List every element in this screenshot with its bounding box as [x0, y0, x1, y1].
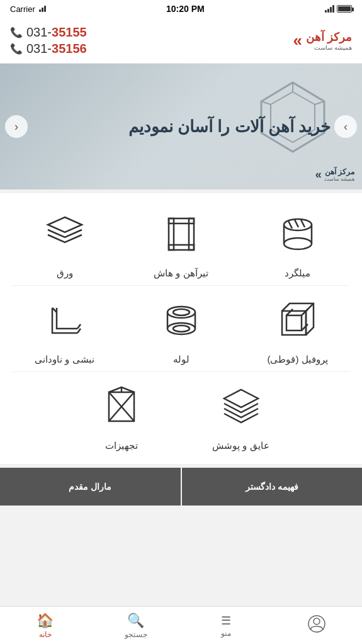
milogard-label: میلگرد [285, 268, 310, 279]
pipe-icon [159, 298, 203, 342]
tirahan-label: تیرآهن و هاش [154, 268, 208, 279]
bottom-card-1[interactable]: مارال مقدم [0, 468, 181, 506]
category-tajhizat[interactable]: تجهیزات [71, 378, 172, 451]
phone-number-1: 031-35155 [26, 24, 87, 40]
tab-menu[interactable]: ☰ منو [181, 607, 272, 644]
tab-menu-label: منو [221, 629, 231, 638]
svg-point-13 [284, 238, 312, 249]
battery-icon [337, 5, 352, 13]
svg-line-3 [315, 101, 324, 105]
banner: ‹ خرید آهن آلات را آسان نمودیم › مرکز آه… [0, 64, 362, 189]
category-row-3: تجهیزات عایق و پوشش [0, 372, 362, 458]
category-lole[interactable]: لوله [131, 292, 232, 365]
category-ayeq[interactable]: عایق و پوشش [191, 378, 291, 451]
status-bar-left: Carrier [10, 4, 46, 14]
chevron-left-icon: ‹ [14, 120, 18, 133]
svg-line-30 [286, 309, 293, 315]
angle-icon [43, 298, 87, 342]
status-bar-right [325, 5, 352, 13]
category-voraq[interactable]: ورق [14, 206, 115, 279]
banner-text: خرید آهن آلات را آسان نمودیم [97, 115, 362, 138]
banner-prev-button[interactable]: ‹ [5, 115, 28, 138]
ayeq-icon-box [213, 378, 269, 435]
logo-subtitle: همیشه ساست [306, 44, 352, 51]
svg-line-4 [261, 101, 271, 105]
svg-line-14 [288, 221, 292, 229]
tirahan-icon-box [153, 206, 210, 263]
phone-number-2: 031-35156 [26, 40, 87, 57]
svg-line-31 [302, 309, 308, 315]
category-row-2: نبشی و ناودانی لوله [0, 286, 362, 371]
phone-numbers: 📞 031-35155 📞 031-35156 [10, 24, 87, 57]
profile-icon-box [269, 292, 326, 349]
svg-line-16 [301, 220, 305, 227]
logo: مرکز آهن همیشه ساست » [293, 30, 352, 51]
bottom-card-2[interactable]: فهیمه دادگستر [182, 468, 363, 506]
svg-point-24 [167, 323, 195, 334]
milogard-icon-box [269, 206, 326, 263]
svg-rect-29 [286, 315, 302, 330]
signal-icon [325, 5, 334, 13]
tajhizat-label: تجهیزات [105, 440, 138, 451]
tab-home-label: خانه [39, 630, 52, 639]
banner-next-button[interactable]: › [334, 115, 357, 138]
profile-label: پروفیل (قوطی) [267, 354, 327, 365]
cylinder-icon [276, 212, 320, 256]
search-icon: 🔍 [127, 613, 144, 629]
logo-text: مرکز آهن همیشه ساست [306, 30, 352, 51]
avatar-icon [308, 615, 325, 636]
svg-point-21 [173, 309, 189, 315]
banner-logo: مرکز آهن همیشه ساست » [315, 167, 354, 182]
banner-logo-subtitle: همیشه ساست [324, 176, 354, 182]
phone-row-1: 📞 031-35155 [10, 24, 87, 40]
nabshi-icon-box [37, 292, 93, 349]
svg-marker-5 [48, 217, 82, 232]
category-nabshi[interactable]: نبشی و ناودانی [14, 292, 115, 365]
lole-icon-box [153, 292, 210, 349]
chevron-right-icon: › [344, 120, 348, 133]
svg-line-18 [77, 329, 81, 333]
insulation-icon [219, 385, 263, 429]
category-milogard[interactable]: میلگرد [247, 206, 348, 279]
tab-bar: 🏠 خانه 🔍 جستجو ☰ منو [0, 606, 362, 644]
banner-logo-title: مرکز آهن [324, 167, 354, 176]
svg-line-32 [302, 324, 308, 330]
tajhizat-icon-box [93, 378, 150, 435]
carrier-label: Carrier [10, 4, 35, 14]
tab-profile[interactable] [271, 607, 362, 644]
wifi-icon [39, 6, 46, 12]
menu-icon: ☰ [221, 614, 231, 628]
equipment-icon [99, 385, 144, 429]
status-bar-time: 10:20 PM [166, 4, 205, 14]
category-tirahan[interactable]: تیرآهن و هاش [131, 206, 232, 279]
svg-point-39 [314, 618, 320, 624]
bottom-card-2-label: فهیمه دادگستر [246, 482, 298, 492]
box-profile-icon [276, 298, 320, 342]
lole-label: لوله [173, 354, 189, 365]
layers-icon [43, 212, 87, 256]
voraq-icon-box [37, 206, 93, 263]
voraq-label: ورق [57, 268, 73, 279]
bottom-card-1-label: مارال مقدم [69, 482, 111, 492]
svg-point-25 [173, 325, 189, 332]
phone-row-2: 📞 031-35156 [10, 40, 87, 57]
ayeq-label: عایق و پوشش [212, 440, 269, 451]
phone-icon-1: 📞 [10, 26, 23, 38]
phone2-prefix: 031- [26, 42, 52, 55]
nabshi-label: نبشی و ناودانی [35, 354, 94, 365]
category-row-1: ورق تیرآهن و هاش [0, 200, 362, 285]
channel-icon [159, 212, 203, 256]
tab-search-label: جستجو [125, 630, 147, 639]
phone-icon-2: 📞 [10, 43, 23, 55]
tab-search[interactable]: 🔍 جستجو [91, 607, 181, 644]
header: 📞 031-35155 📞 031-35156 مرکز آهن همیشه س… [0, 18, 362, 64]
logo-chevrons: » [293, 31, 302, 50]
category-profile[interactable]: پروفیل (قوطی) [247, 292, 348, 365]
tab-home[interactable]: 🏠 خانه [0, 607, 91, 644]
svg-line-15 [295, 220, 298, 227]
status-bar: Carrier 10:20 PM [0, 0, 362, 18]
banner-logo-chevrons: » [315, 168, 322, 181]
categories-section: ورق تیرآهن و هاش [0, 193, 362, 464]
phone1-prefix: 031- [26, 25, 52, 39]
home-icon: 🏠 [37, 613, 54, 629]
